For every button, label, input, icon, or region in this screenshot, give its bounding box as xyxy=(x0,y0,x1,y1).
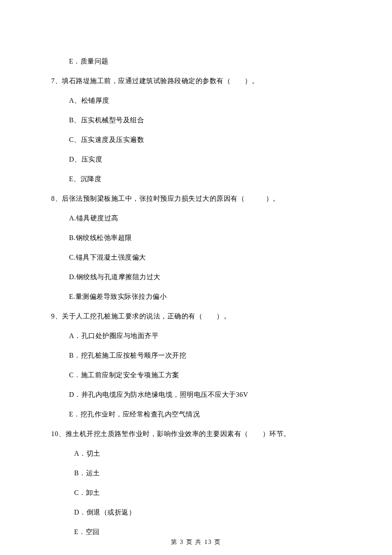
document-page: E．质量问题 7、填石路堤施工前，应通过建筑试验路段确定的参数有（ ）。 A、松… xyxy=(0,0,392,555)
page-footer: 第 3 页 共 13 页 xyxy=(0,538,392,546)
q7-stem: 7、填石路堤施工前，应通过建筑试验路段确定的参数有（ ）。 xyxy=(51,76,341,86)
q9-stem: 9、关于人工挖孔桩施工要求的说法，正确的有（ ）。 xyxy=(51,311,341,321)
q8-option-e: E.量测偏差导致实际张拉力偏小 xyxy=(69,292,341,302)
q8-stem: 8、后张法预制梁板施工中，张拉时预应力损失过大的原因有（ ）。 xyxy=(51,194,341,204)
q6-option-e: E．质量问题 xyxy=(69,56,341,66)
q8-option-b: B.钢绞线松弛率超限 xyxy=(69,233,341,243)
q8-option-d: D.钢绞线与孔道摩擦阻力过大 xyxy=(69,272,341,282)
q9-option-d: D．井孔内电缆应为防水绝缘电缆，照明电压不应大于36V xyxy=(69,390,341,400)
q10-option-c: C．卸土 xyxy=(74,488,341,498)
q10-option-d: D．倒退（或折返） xyxy=(74,507,341,517)
q7-option-c: C、压实速度及压实遍数 xyxy=(69,135,341,145)
q9-option-b: B．挖孔桩施工应按桩号顺序一次开挖 xyxy=(69,350,341,361)
q10-stem: 10、推土机开挖土质路堑作业时，影响作业效率的主要因素有（ ）环节。 xyxy=(51,429,341,439)
q9-option-e: E．挖孔作业时，应经常检查孔内空气情况 xyxy=(69,409,341,419)
q10-option-e: E．空回 xyxy=(74,527,341,537)
q7-option-e: E、沉降度 xyxy=(69,174,341,184)
q9-option-c: C．施工前应制定安全专项施工方案 xyxy=(69,370,341,380)
q8-option-c: C.锚具下混凝土强度偏大 xyxy=(69,252,341,263)
q10-option-b: B．运土 xyxy=(74,468,341,478)
q7-option-b: B、压实机械型号及组合 xyxy=(69,115,341,125)
q10-option-a: A．切土 xyxy=(74,448,341,459)
q8-option-a: A.锚具硬度过高 xyxy=(69,213,341,223)
q7-option-d: D、压实度 xyxy=(69,154,341,165)
q9-option-a: A．孔口处护圈应与地面齐平 xyxy=(69,331,341,341)
q7-option-a: A、松铺厚度 xyxy=(69,95,341,106)
